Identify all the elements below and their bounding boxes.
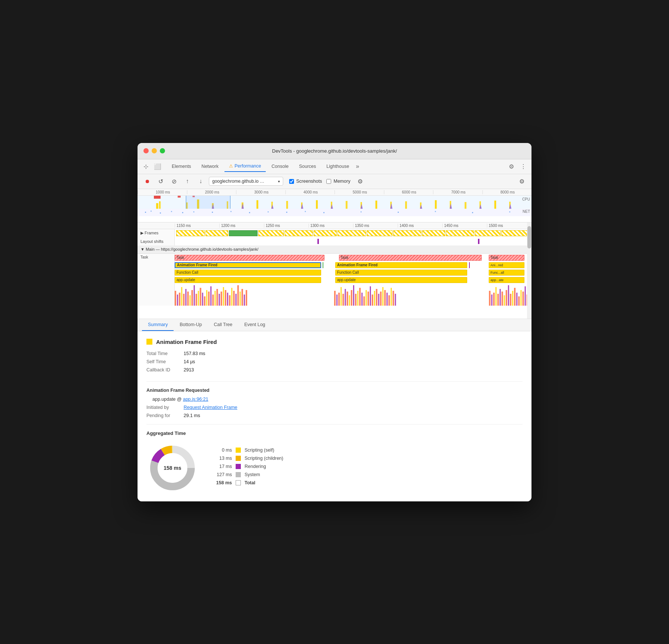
capture-settings-right-icon[interactable]: ⚙: [517, 176, 527, 186]
clear-button[interactable]: ⊘: [169, 176, 179, 186]
self-time-value: 14 μs: [184, 359, 195, 364]
upload-button[interactable]: ↑: [182, 176, 193, 186]
screenshots-checkbox[interactable]: [289, 179, 294, 184]
func-block-3[interactable]: Func...all: [489, 270, 524, 276]
screenshots-label: Screenshots: [296, 179, 322, 184]
tick-2000: 2000 ms: [187, 190, 236, 194]
svg-rect-120: [392, 291, 394, 306]
task-block-3[interactable]: Task: [489, 255, 524, 261]
anim-block-3[interactable]: Ani...red: [489, 262, 524, 268]
device-icon[interactable]: ⬜: [152, 161, 163, 172]
download-button[interactable]: ↓: [195, 176, 206, 186]
url-dropdown-icon[interactable]: ▾: [278, 179, 280, 183]
maximize-button[interactable]: [160, 148, 165, 153]
legend-scripting-self: 0 ms Scripting (self): [213, 448, 283, 453]
legend-label-4: Total: [245, 480, 255, 485]
task-block-2[interactable]: Task: [339, 255, 482, 261]
reload-button[interactable]: ↺: [155, 176, 166, 186]
summary-panel: Animation Frame Fired Total Time 157.83 …: [138, 331, 531, 501]
layout-shifts-label: Layout shifts: [138, 237, 175, 245]
svg-rect-70: [202, 293, 203, 306]
frames-content: [175, 229, 531, 237]
svg-rect-83: [229, 295, 230, 306]
appupdate-block-2[interactable]: app.update: [335, 277, 467, 283]
minimize-button[interactable]: [152, 148, 157, 153]
svg-rect-116: [384, 290, 386, 306]
svg-rect-26: [178, 196, 181, 198]
appupdate-row: app.update app.update app...ate: [138, 276, 531, 283]
settings-icon[interactable]: ⚙: [506, 161, 517, 172]
tab-bar-right: ⚙ ⋮: [506, 161, 529, 172]
svg-rect-92: [334, 291, 336, 306]
tick-7000: 7000 ms: [433, 190, 482, 194]
title-bar: DevTools - googlechrome.github.io/devtoo…: [138, 143, 531, 159]
tab-console[interactable]: Console: [267, 161, 293, 172]
flame-tick-1300: 1300 ms: [308, 224, 353, 228]
tab-performance[interactable]: ⚠ Performance: [224, 161, 266, 172]
total-time-label: Total Time: [146, 351, 184, 356]
initiated-link[interactable]: Request Animation Frame: [184, 405, 237, 410]
tab-network[interactable]: Network: [197, 161, 223, 172]
pending-label: Pending for: [146, 413, 184, 418]
legend-system: 127 ms System: [213, 472, 283, 477]
more-tabs-button[interactable]: »: [356, 163, 359, 170]
more-options-icon[interactable]: ⋮: [518, 161, 529, 172]
svg-rect-39: [145, 212, 146, 213]
func-block-1[interactable]: Function Call: [175, 270, 321, 276]
svg-rect-71: [204, 296, 206, 306]
svg-rect-48: [268, 211, 269, 212]
svg-rect-49: [286, 212, 287, 213]
legend-value-4: 158 ms: [213, 480, 232, 485]
microbars-content: [175, 283, 531, 306]
toolbar-right: ⚙: [517, 176, 527, 186]
capture-settings-icon[interactable]: ⚙: [355, 176, 365, 186]
tab-summary[interactable]: Summary: [142, 319, 174, 331]
svg-rect-102: [355, 294, 356, 306]
tab-lighthouse[interactable]: Lighthouse: [322, 161, 353, 172]
legend-label-0: Scripting (self): [245, 448, 274, 453]
cpu-chart: CPU: [138, 196, 531, 209]
scrollbar-thumb[interactable]: [527, 226, 531, 248]
event-title: Animation Frame Fired: [156, 339, 217, 345]
func-row: Function Call Function Call Func...all: [138, 269, 531, 276]
svg-rect-111: [374, 291, 375, 306]
close-button[interactable]: [143, 148, 149, 153]
memory-checkbox[interactable]: [326, 179, 331, 184]
app-update-link[interactable]: app.js:96:21: [183, 397, 208, 402]
svg-rect-95: [340, 287, 342, 306]
svg-rect-45: [212, 212, 213, 213]
anim-block-1[interactable]: Animation Frame Fired: [175, 262, 321, 268]
svg-rect-23: [494, 201, 496, 209]
func-content: Function Call Function Call Func...all: [175, 269, 531, 276]
tab-call-tree[interactable]: Call Tree: [208, 319, 238, 331]
appupdate-block-1[interactable]: app.update: [175, 277, 321, 283]
svg-rect-96: [342, 294, 344, 306]
task-block-1[interactable]: Task: [175, 255, 324, 261]
donut-label: 158 ms: [164, 465, 181, 471]
svg-rect-138: [522, 292, 524, 306]
tab-sources[interactable]: Sources: [294, 161, 320, 172]
timeline-highlight[interactable]: [186, 196, 230, 209]
record-button[interactable]: ⏺: [142, 176, 152, 186]
tab-event-log[interactable]: Event Log: [238, 319, 271, 331]
anim-block-2[interactable]: Animation Frame Fired: [335, 262, 467, 268]
inspect-icon[interactable]: ⊹: [140, 161, 151, 172]
svg-rect-119: [391, 288, 392, 306]
legend-value-2: 17 ms: [213, 464, 232, 469]
tab-elements[interactable]: Elements: [167, 161, 195, 172]
legend-value-0: 0 ms: [213, 448, 232, 453]
tab-bottom-up[interactable]: Bottom-Up: [174, 319, 208, 331]
svg-rect-132: [510, 294, 511, 306]
svg-rect-65: [191, 290, 193, 306]
devtools-window: DevTools - googlechrome.github.io/devtoo…: [138, 143, 531, 501]
flame-tick-1400: 1400 ms: [398, 224, 442, 228]
svg-rect-125: [495, 287, 497, 306]
event-color-box: [146, 339, 152, 345]
appupdate-block-3[interactable]: app...ate: [489, 277, 524, 283]
pending-row: Pending for 29.1 ms: [146, 413, 523, 418]
anim-row: Animation Frame Fired Animation Frame Fi…: [138, 261, 531, 269]
self-time-row: Self Time 14 μs: [146, 359, 523, 364]
aggregated-title: Aggregated Time: [146, 430, 523, 436]
url-bar: googlechrome.github.io … ▾: [209, 177, 283, 186]
func-block-2[interactable]: Function Call: [335, 270, 467, 276]
